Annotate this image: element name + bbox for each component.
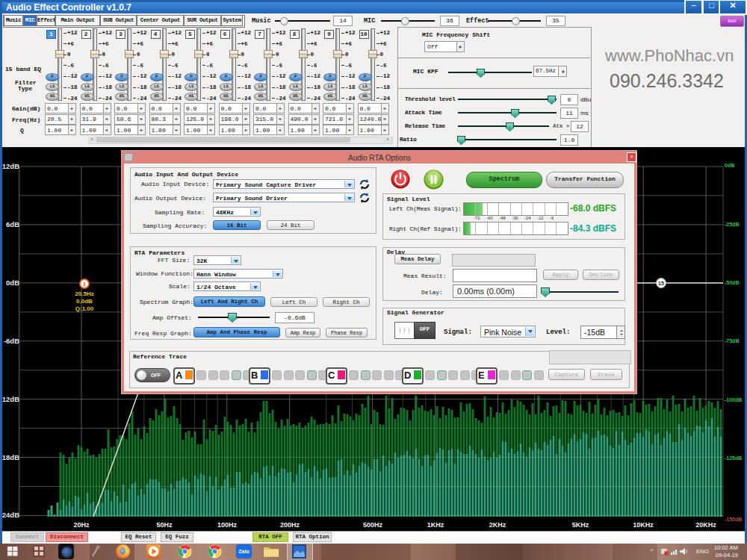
svg-text:20Hz: 20Hz [73, 521, 90, 529]
svg-text:1KHz: 1KHz [427, 521, 444, 529]
svg-text:0dB: 0dB [6, 279, 19, 287]
svg-text:Q:1.00: Q:1.00 [75, 305, 94, 312]
svg-text:-6dB: -6dB [4, 337, 19, 345]
svg-text:200Hz: 200Hz [280, 521, 300, 529]
svg-text:12dB: 12dB [2, 162, 19, 170]
svg-text:1: 1 [83, 281, 86, 287]
svg-text:-125dB: -125dB [725, 455, 742, 461]
svg-text:-75dB: -75dB [725, 338, 739, 343]
svg-text:500Hz: 500Hz [363, 521, 383, 529]
svg-text:-24dB: -24dB [2, 511, 19, 519]
svg-text:20KHz: 20KHz [695, 521, 716, 529]
svg-text:15: 15 [658, 281, 664, 286]
svg-text:0dB: 0dB [725, 163, 734, 168]
svg-text:-150dB: -150dB [725, 517, 742, 522]
svg-text:-12dB: -12dB [2, 395, 19, 403]
svg-text:-18dB: -18dB [2, 453, 19, 461]
svg-text:100Hz: 100Hz [217, 521, 238, 529]
svg-text:2KHz: 2KHz [489, 521, 506, 529]
svg-text:-50dB: -50dB [725, 280, 739, 285]
svg-text:0.0dB: 0.0dB [76, 298, 93, 305]
svg-text:10KHz: 10KHz [633, 521, 654, 529]
svg-text:20.5Hz: 20.5Hz [75, 290, 93, 297]
svg-text:50Hz: 50Hz [156, 521, 173, 529]
svg-text:6dB: 6dB [6, 220, 19, 228]
svg-text:-100dB: -100dB [725, 397, 742, 402]
svg-text:5KHz: 5KHz [572, 521, 589, 529]
svg-text:-25dB: -25dB [725, 222, 739, 227]
